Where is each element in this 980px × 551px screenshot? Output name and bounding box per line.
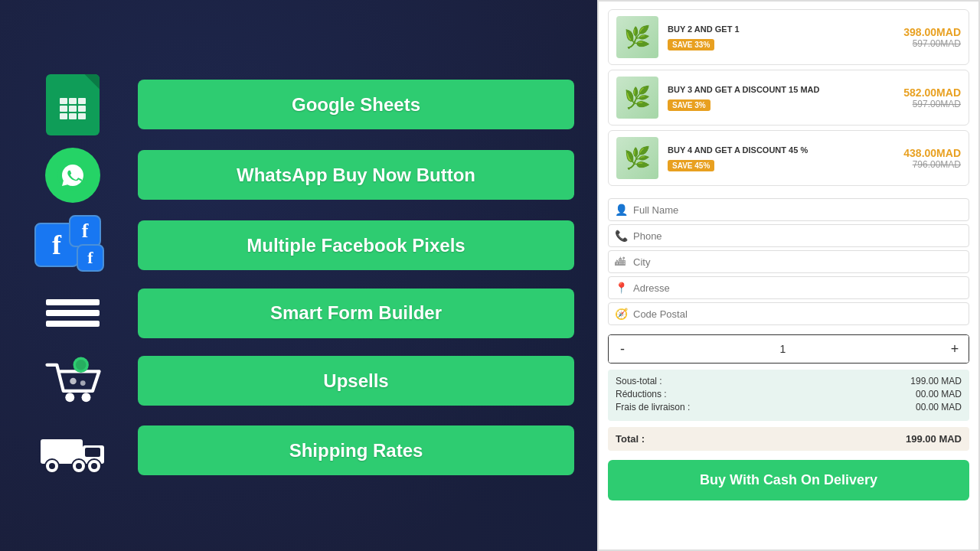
- fullname-input[interactable]: [633, 204, 962, 216]
- postal-input[interactable]: [633, 308, 962, 320]
- svg-point-13: [76, 463, 82, 469]
- frais-row: Frais de livraison : 00.00 MAD: [616, 402, 962, 412]
- feature-row-facebook: f f f Multiple Facebook Pixels: [23, 215, 574, 276]
- truck-icon: [37, 424, 109, 478]
- reductions-label: Réductions :: [616, 389, 667, 399]
- offer-title-1: BUY 3 AND GET A DISCOUNT 15 MAD: [668, 85, 894, 94]
- offer-card-1[interactable]: 🌿 BUY 3 AND GET A DISCOUNT 15 MAD SAVE 3…: [608, 70, 969, 126]
- smart-form-builder-button[interactable]: Smart Form Builder: [138, 289, 574, 338]
- offer-title-0: BUY 2 AND GET 1: [668, 24, 894, 34]
- right-panel: 🌿 BUY 2 AND GET 1 SAVE 33% 398.00MAD 597…: [597, 0, 980, 551]
- offer-card-0[interactable]: 🌿 BUY 2 AND GET 1 SAVE 33% 398.00MAD 597…: [608, 9, 969, 65]
- sheets-cell: [78, 113, 86, 119]
- offers-section: 🌿 BUY 2 AND GET 1 SAVE 33% 398.00MAD 597…: [599, 2, 978, 194]
- offer-current-price-1: 582.00MAD: [903, 86, 961, 99]
- offer-image-2: 🌿: [616, 137, 658, 179]
- feature-row-form-builder: Smart Form Builder: [23, 289, 574, 338]
- sheets-cell: [78, 106, 86, 112]
- postal-row: 🧭: [608, 302, 969, 325]
- offer-price-1: 582.00MAD 597.00MAD: [903, 86, 961, 109]
- form-section: 👤 📞 🏙 📍 🧭: [599, 194, 978, 330]
- sheets-cell: [69, 98, 77, 104]
- quantity-minus-button[interactable]: -: [609, 335, 636, 363]
- city-icon: 🏙: [615, 256, 627, 268]
- form-line-2: [46, 310, 100, 316]
- sheets-cell: [78, 98, 86, 104]
- phone-input[interactable]: [633, 230, 962, 242]
- facebook-icon-container: f f f: [23, 215, 122, 276]
- facebook-cluster-icon: f f f: [34, 215, 111, 276]
- offer-price-2: 438.00MAD 796.00MAD: [903, 147, 961, 170]
- sheets-icon: [46, 74, 100, 135]
- quantity-input[interactable]: [636, 343, 941, 355]
- phone-icon: 📞: [615, 230, 627, 242]
- facebook-bottom-icon: f: [77, 244, 104, 272]
- upsells-cart-icon: [41, 350, 106, 412]
- feature-row-google-sheets: Google Sheets: [23, 74, 574, 135]
- offer-title-2: BUY 4 AND GET A DISCOUNT 45 %: [668, 145, 894, 155]
- whatsapp-icon-container: [23, 148, 122, 203]
- offer-info-1: BUY 3 AND GET A DISCOUNT 15 MAD SAVE 3%: [668, 85, 894, 111]
- svg-point-5: [70, 377, 77, 384]
- svg-point-6: [80, 380, 85, 386]
- google-sheets-icon-container: [23, 74, 122, 135]
- sheets-cell: [60, 113, 67, 119]
- reductions-row: Réductions : 00.00 MAD: [616, 389, 962, 399]
- feature-row-upsells: Upsells: [23, 350, 574, 412]
- quantity-row: - +: [608, 334, 969, 364]
- svg-rect-9: [85, 448, 100, 457]
- sheets-cell: [69, 113, 77, 119]
- svg-point-4: [75, 359, 86, 370]
- sheets-cell: [60, 106, 67, 112]
- address-input[interactable]: [633, 282, 962, 294]
- offer-badge-1: SAVE 3%: [668, 99, 710, 111]
- sous-total-label: Sous-total :: [616, 376, 662, 386]
- facebook-top-icon: f: [69, 215, 101, 247]
- offer-old-price-2: 796.00MAD: [903, 159, 961, 170]
- city-input[interactable]: [633, 256, 962, 268]
- reductions-value: 00.00 MAD: [916, 389, 962, 399]
- total-section: Total : 199.00 MAD: [608, 427, 969, 451]
- buy-with-cod-button[interactable]: Buy With Cash On Delivery: [608, 460, 969, 500]
- shipping-rates-button[interactable]: Shipping Rates: [138, 425, 574, 475]
- offer-badge-0: SAVE 33%: [668, 39, 714, 51]
- frais-value: 00.00 MAD: [916, 402, 962, 412]
- total-label: Total :: [616, 433, 645, 445]
- offer-current-price-2: 438.00MAD: [903, 147, 961, 159]
- offer-info-2: BUY 4 AND GET A DISCOUNT 45 % SAVE 45%: [668, 145, 894, 171]
- offer-price-0: 398.00MAD 597.00MAD: [903, 26, 961, 49]
- whatsapp-icon: [45, 148, 100, 203]
- form-line-1: [46, 299, 100, 305]
- address-row: 📍: [608, 276, 969, 299]
- sous-total-row: Sous-total : 199.00 MAD: [616, 376, 962, 386]
- summary-section: Sous-total : 199.00 MAD Réductions : 00.…: [608, 370, 969, 421]
- total-value: 199.00 MAD: [906, 433, 962, 445]
- feature-row-whatsapp: WhatsApp Buy Now Button: [23, 148, 574, 203]
- upsells-icon-container: [23, 350, 122, 412]
- sheets-cell: [69, 106, 77, 112]
- shipping-icon-container: [23, 424, 122, 478]
- offer-badge-2: SAVE 45%: [668, 160, 714, 171]
- facebook-pixels-button[interactable]: Multiple Facebook Pixels: [138, 220, 574, 270]
- svg-point-15: [91, 463, 97, 469]
- person-icon: 👤: [615, 204, 627, 216]
- form-builder-icon: [46, 299, 100, 327]
- sous-total-value: 199.00 MAD: [910, 376, 962, 386]
- svg-point-2: [81, 393, 90, 402]
- svg-point-1: [65, 393, 74, 402]
- google-sheets-button[interactable]: Google Sheets: [138, 80, 574, 129]
- sheets-grid: [60, 98, 86, 119]
- whatsapp-button[interactable]: WhatsApp Buy Now Button: [138, 150, 574, 200]
- location-icon: 📍: [615, 282, 627, 294]
- frais-label: Frais de livraison :: [616, 402, 690, 412]
- offer-current-price-0: 398.00MAD: [903, 26, 961, 38]
- left-panel: Google Sheets WhatsApp Buy Now Button f …: [0, 0, 597, 551]
- form-line-3: [46, 321, 100, 327]
- total-row: Total : 199.00 MAD: [616, 433, 962, 445]
- upsells-button[interactable]: Upsells: [138, 356, 574, 406]
- offer-card-2[interactable]: 🌿 BUY 4 AND GET A DISCOUNT 45 % SAVE 45%…: [608, 130, 969, 186]
- quantity-plus-button[interactable]: +: [941, 335, 969, 363]
- offer-info-0: BUY 2 AND GET 1 SAVE 33%: [668, 24, 894, 51]
- sheets-cell: [60, 98, 67, 104]
- city-row: 🏙: [608, 250, 969, 273]
